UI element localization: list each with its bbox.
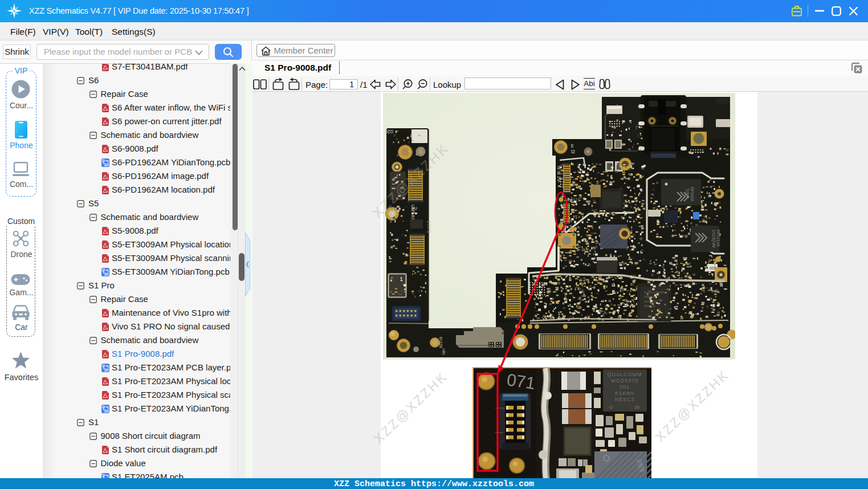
svg-text:=IN: =IN: [442, 348, 446, 354]
svg-text:WCD9370: WCD9370: [611, 378, 639, 384]
svg-text:94V-0: 94V-0: [426, 221, 432, 233]
svg-text:QUALCOMM: QUALCOMM: [644, 291, 664, 294]
svg-text:071: 071: [572, 197, 580, 202]
svg-text:8=128: 8=128: [439, 337, 443, 348]
svg-text:071: 071: [506, 370, 536, 393]
svg-text:QUALCOMM: QUALCOMM: [607, 372, 642, 377]
svg-text:RU: RU: [411, 206, 417, 210]
svg-text:K1K8H: K1K8H: [615, 390, 634, 396]
svg-text:001: 001: [620, 384, 630, 390]
svg-text:NESC3: NESC3: [614, 397, 634, 402]
svg-text:RF5428: RF5428: [690, 187, 694, 201]
svg-text:1413QVM: 1413QVM: [711, 230, 716, 248]
svg-text:I9 I8 2V: I9 I8 2V: [556, 166, 561, 182]
svg-text:16: 16: [634, 405, 639, 410]
svg-text:RF5212A: RF5212A: [716, 230, 720, 247]
svg-text:020: 020: [385, 129, 393, 135]
svg-text:A: A: [502, 331, 504, 335]
svg-text:O: O: [609, 405, 613, 410]
